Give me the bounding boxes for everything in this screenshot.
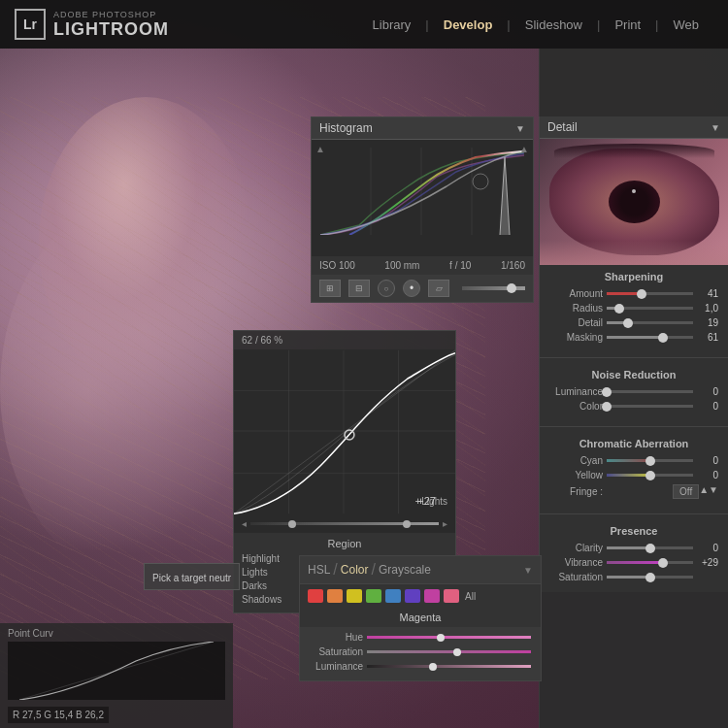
rgb-values: R 27,5 G 15,4 B 26,2: [8, 707, 109, 723]
crop-tool[interactable]: ⊞: [319, 280, 341, 297]
swatch-all[interactable]: All: [465, 591, 476, 602]
cyan-row: Cyan 0: [549, 455, 718, 466]
saturation-track[interactable]: [607, 576, 693, 579]
fringe-select[interactable]: Off: [673, 484, 699, 499]
cyan-track[interactable]: [607, 459, 693, 462]
spot-tool[interactable]: [403, 280, 420, 297]
saturation-row: Saturation: [549, 572, 718, 582]
color-noise-thumb: [602, 402, 612, 412]
masking-track[interactable]: [607, 336, 693, 339]
luminance-track[interactable]: [607, 390, 693, 393]
fringe-label: Fringe :: [549, 486, 603, 497]
masking-value: 61: [697, 332, 718, 343]
nav-library[interactable]: Library: [363, 13, 421, 37]
hsl-tab-color[interactable]: Color: [341, 563, 369, 577]
radius-value: 1,0: [697, 303, 718, 314]
radius-track[interactable]: [607, 307, 693, 310]
detail-row: Detail 19: [549, 317, 718, 328]
eyelash-top: [554, 144, 714, 158]
point-curve-label: Point Curv: [8, 628, 225, 639]
swatch-yellow[interactable]: [347, 589, 362, 603]
nav-links: Library | Develop | Slideshow | Print | …: [363, 13, 728, 37]
amount-track[interactable]: [607, 292, 693, 295]
nav-slideshow[interactable]: Slideshow: [515, 13, 592, 37]
histogram-content: ▲ ▲: [312, 140, 533, 256]
vibrance-thumb: [658, 558, 668, 568]
luminance-value: 0: [697, 386, 718, 397]
curve-left-arrow: ◂: [242, 518, 247, 529]
curve-canvas[interactable]: Lights + +27: [234, 349, 455, 514]
swatch-green[interactable]: [366, 589, 381, 603]
color-noise-row: Color 0: [549, 401, 718, 412]
vibrance-track[interactable]: [607, 561, 693, 564]
vibrance-fill: [607, 561, 663, 564]
clarity-track[interactable]: [607, 546, 693, 549]
hsl-luminance-track[interactable]: [367, 665, 531, 668]
histogram-header: Histogram ▼: [312, 117, 533, 140]
nav-web[interactable]: Web: [664, 13, 710, 37]
color-noise-track[interactable]: [607, 405, 693, 408]
hist-slider[interactable]: [462, 286, 525, 290]
hsl-tabs: HSL / Color / Grayscale ▼: [300, 556, 541, 584]
detail-track[interactable]: [607, 321, 693, 324]
hsl-tab-hsl[interactable]: HSL: [308, 563, 330, 577]
yellow-value: 0: [697, 470, 718, 480]
redeye-tool[interactable]: ▱: [428, 280, 449, 297]
hist-focal: 100 mm: [384, 260, 419, 271]
swatch-blue[interactable]: [405, 589, 420, 603]
curve-region-title: Region: [242, 538, 447, 549]
radius-label: Radius: [549, 303, 603, 314]
swatch-red[interactable]: [308, 589, 323, 603]
swatch-magenta[interactable]: [444, 589, 459, 603]
hist-slider-thumb: [507, 283, 516, 293]
curve-value: +27: [417, 495, 436, 507]
color-noise-value: 0: [697, 401, 718, 412]
hsl-tab-grayscale[interactable]: Grayscale: [379, 563, 431, 577]
eye-detail: [549, 149, 719, 255]
straighten-tool[interactable]: ⊟: [348, 280, 370, 297]
detail-thumb: [623, 318, 633, 328]
curve-bar-thumb-r: [403, 520, 411, 528]
vibrance-value: +29: [697, 557, 718, 568]
eye-highlight: [632, 189, 636, 193]
vibrance-row: Vibrance +29: [549, 557, 718, 568]
swatch-orange[interactable]: [327, 589, 343, 603]
curve-svg: [234, 349, 455, 514]
hue-label: Hue: [310, 632, 363, 643]
detail-label: Detail: [549, 317, 603, 328]
swatch-purple[interactable]: [424, 589, 440, 603]
amount-label: Amount: [549, 288, 603, 299]
hsl-saturation-track[interactable]: [367, 650, 531, 653]
hist-iso: ISO 100: [319, 260, 355, 271]
luminance-thumb: [602, 387, 612, 397]
point-curve-display: [8, 642, 225, 700]
tooltip-box: Pick a target neutr: [144, 563, 240, 590]
circle-tool[interactable]: ○: [378, 280, 395, 297]
histogram-title: Histogram: [319, 121, 373, 135]
top-navigation: Lr ADOBE PHOTOSHOP LIGHTROOM Library | D…: [0, 0, 728, 49]
lr-icon: Lr: [15, 9, 46, 40]
radius-thumb: [614, 304, 624, 314]
noise-section: Noise Reduction Luminance 0 Color 0: [540, 363, 728, 421]
eye-pupil: [609, 181, 660, 223]
yellow-track[interactable]: [607, 474, 693, 477]
masking-thumb: [658, 333, 668, 343]
curve-bar-thumb-l: [288, 520, 296, 528]
hue-track[interactable]: [367, 636, 531, 639]
fringe-row: Fringe : Off ▲▼: [549, 484, 718, 499]
hist-shutter: 1/160: [501, 260, 525, 271]
yellow-fill: [607, 474, 650, 477]
radius-row: Radius 1,0: [549, 303, 718, 314]
hsl-dropdown-arrow: ▼: [523, 565, 533, 576]
hsl-saturation-label: Saturation: [310, 646, 363, 657]
clarity-row: Clarity 0: [549, 543, 718, 553]
hist-fstop: f / 10: [449, 260, 471, 271]
histogram-panel: Histogram ▼ ▲ ▲: [311, 116, 534, 303]
hist-left-arrow: ▲: [315, 144, 325, 154]
swatch-aqua[interactable]: [385, 589, 401, 603]
curve-gradient-bar[interactable]: [250, 522, 439, 525]
presence-section: Presence Clarity 0 Vibrance +29 Saturati…: [540, 519, 728, 592]
nav-develop[interactable]: Develop: [434, 13, 503, 37]
nav-print[interactable]: Print: [605, 13, 650, 37]
color-noise-label: Color: [549, 401, 603, 412]
